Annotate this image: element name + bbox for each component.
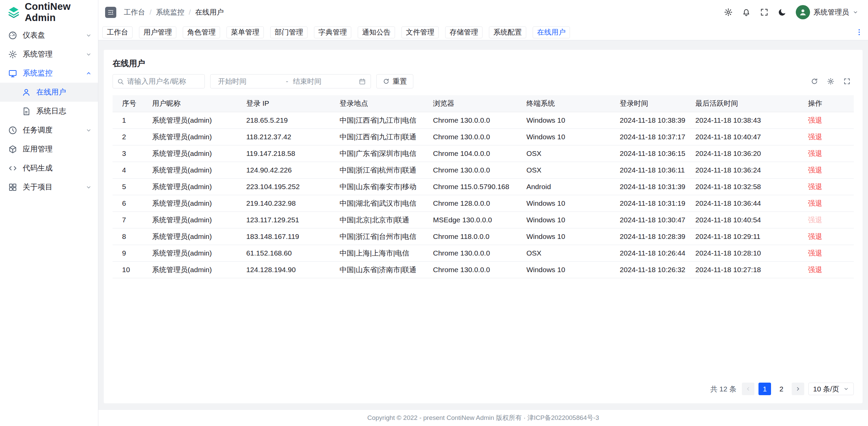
tab-0[interactable]: 工作台 xyxy=(102,26,133,38)
refresh-icon[interactable] xyxy=(808,75,821,88)
tab-7[interactable]: 文件管理 xyxy=(401,26,439,38)
force-logout-link[interactable]: 强退 xyxy=(808,183,822,190)
column-header-4: 浏览器 xyxy=(428,95,521,112)
cell-no: 8 xyxy=(113,228,147,245)
avatar xyxy=(796,5,810,19)
cell-last_active: 2024-11-18 10:40:54 xyxy=(690,211,803,228)
tab-3[interactable]: 菜单管理 xyxy=(226,26,264,38)
date-range-picker[interactable]: 开始时间 - 结束时间 xyxy=(210,74,371,88)
reset-button[interactable]: 重置 xyxy=(376,74,413,88)
cell-ip: 123.117.129.251 xyxy=(241,211,334,228)
cell-ip: 183.148.167.119 xyxy=(241,228,334,245)
fullscreen-icon[interactable] xyxy=(840,75,854,88)
page-numbers: 12 xyxy=(758,383,788,395)
cell-location: 中国|广东省|深圳市|电信 xyxy=(334,145,428,162)
online-users-card: 在线用户 开始时间 - 结束时间 重置 xyxy=(104,50,863,403)
pagination-next-button[interactable] xyxy=(792,383,804,395)
force-logout-link[interactable]: 强退 xyxy=(808,149,822,157)
breadcrumb-item-0[interactable]: 工作台 xyxy=(124,7,145,17)
cell-last_active: 2024-11-18 10:32:58 xyxy=(690,178,803,195)
force-logout-link[interactable]: 强退 xyxy=(808,216,822,224)
cell-os: Windows 10 xyxy=(521,112,614,128)
force-logout-link[interactable]: 强退 xyxy=(808,199,822,207)
sidebar-item-6[interactable]: 应用管理 xyxy=(0,140,98,159)
tab-8[interactable]: 存储管理 xyxy=(445,26,482,38)
footer: Copyright © 2022 - present ContiNew Admi… xyxy=(98,409,868,426)
settings-icon[interactable] xyxy=(824,75,837,88)
force-logout-link[interactable]: 强退 xyxy=(808,266,822,273)
fullscreen-icon[interactable] xyxy=(760,8,769,17)
online-users-table: 序号用户昵称登录 IP登录地点浏览器终端系统登录时间最后活跃时间操作 1系统管理… xyxy=(113,95,854,278)
sidebar-item-0[interactable]: 仪表盘 xyxy=(0,26,98,45)
user-icon xyxy=(22,88,31,97)
settings-icon[interactable] xyxy=(724,8,733,17)
sidebar-item-7[interactable]: 代码生成 xyxy=(0,159,98,178)
sidebar-item-8[interactable]: 关于项目 xyxy=(0,178,98,197)
menu-fold-icon xyxy=(107,9,114,16)
moon-icon[interactable] xyxy=(778,8,787,17)
cell-ip: 223.104.195.252 xyxy=(241,178,334,195)
force-logout-link[interactable]: 强退 xyxy=(808,249,822,257)
tab-1[interactable]: 用户管理 xyxy=(139,26,176,38)
sidebar-item-5[interactable]: 任务调度 xyxy=(0,121,98,140)
table-row: 9系统管理员(admin)61.152.168.60中国|上海|上海市|电信Ch… xyxy=(113,245,854,261)
cell-action: 强退 xyxy=(803,228,854,245)
cell-ip: 124.128.194.90 xyxy=(241,261,334,278)
page-number-2[interactable]: 2 xyxy=(775,383,788,395)
sidebar-item-label: 系统管理 xyxy=(23,49,80,59)
cell-nickname: 系统管理员(admin) xyxy=(147,228,241,245)
sidebar-item-3[interactable]: 在线用户 xyxy=(0,83,98,102)
breadcrumb-item-1[interactable]: 系统监控 xyxy=(156,7,184,17)
force-logout-link[interactable]: 强退 xyxy=(808,166,822,174)
sidebar-item-label: 应用管理 xyxy=(23,144,92,154)
cell-nickname: 系统管理员(admin) xyxy=(147,211,241,228)
table-row: 2系统管理员(admin)118.212.37.42中国|江西省|九江市|联通C… xyxy=(113,128,854,145)
user-name: 系统管理员 xyxy=(813,7,849,17)
search-input[interactable] xyxy=(127,77,200,85)
page-number-1[interactable]: 1 xyxy=(758,383,771,395)
cell-location: 中国|湖北省|武汉市|电信 xyxy=(334,195,428,211)
cell-nickname: 系统管理员(admin) xyxy=(147,261,241,278)
app-logo[interactable]: ContiNew Admin xyxy=(0,0,98,24)
user-menu[interactable]: 系统管理员 xyxy=(796,5,859,19)
force-logout-link[interactable]: 强退 xyxy=(808,232,822,240)
tab-6[interactable]: 通知公告 xyxy=(358,26,395,38)
cell-browser: Chrome 130.0.0.0 xyxy=(428,112,521,128)
sidebar-item-1[interactable]: 系统管理 xyxy=(0,45,98,64)
breadcrumb-item-2[interactable]: 在线用户 xyxy=(195,7,224,17)
search-icon xyxy=(117,78,124,85)
tab-4[interactable]: 部门管理 xyxy=(270,26,308,38)
sidebar-item-4[interactable]: 系统日志 xyxy=(0,102,98,121)
force-logout-link[interactable]: 强退 xyxy=(808,116,822,124)
page-size-select[interactable]: 10 条/页 xyxy=(808,383,854,395)
cell-login_time: 2024-11-18 10:36:11 xyxy=(614,162,690,178)
cell-os: OSX xyxy=(521,162,614,178)
tab-10[interactable]: 在线用户 xyxy=(533,26,570,38)
tab-bar: 工作台用户管理角色管理菜单管理部门管理字典管理通知公告文件管理存储管理系统配置在… xyxy=(98,24,868,40)
tab-5[interactable]: 字典管理 xyxy=(314,26,351,38)
cell-last_active: 2024-11-18 10:36:20 xyxy=(690,145,803,162)
cell-browser: Chrome 118.0.0.0 xyxy=(428,228,521,245)
cell-location: 中国|浙江省|台州市|电信 xyxy=(334,228,428,245)
cell-no: 2 xyxy=(113,128,147,145)
sidebar-item-2[interactable]: 系统监控 xyxy=(0,64,98,83)
filter-row: 开始时间 - 结束时间 重置 xyxy=(113,74,854,88)
calendar-icon xyxy=(359,78,366,85)
pagination-total: 共 12 条 xyxy=(710,384,736,394)
bell-icon[interactable] xyxy=(742,8,751,17)
column-header-6: 登录时间 xyxy=(614,95,690,112)
copyright-text: Copyright © 2022 - present ContiNew Admi… xyxy=(367,413,599,422)
log-icon xyxy=(22,107,31,116)
cell-login_time: 2024-11-18 10:26:44 xyxy=(614,245,690,261)
pagination-prev-button[interactable] xyxy=(742,383,754,395)
cell-os: Windows 10 xyxy=(521,128,614,145)
tab-9[interactable]: 系统配置 xyxy=(489,26,526,38)
sidebar-item-label: 任务调度 xyxy=(23,125,80,135)
dashboard-icon xyxy=(8,31,17,40)
tab-2[interactable]: 角色管理 xyxy=(183,26,220,38)
force-logout-link[interactable]: 强退 xyxy=(808,133,822,141)
cell-browser: Chrome 128.0.0.0 xyxy=(428,195,521,211)
sidebar-collapse-button[interactable] xyxy=(105,7,116,18)
tab-actions-more-icon[interactable] xyxy=(855,28,863,36)
cell-login_time: 2024-11-18 10:37:17 xyxy=(614,128,690,145)
